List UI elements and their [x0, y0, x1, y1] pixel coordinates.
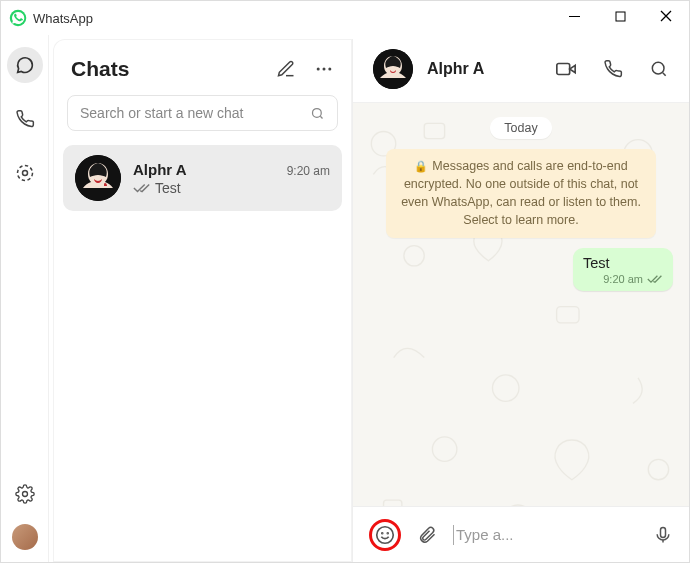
- svg-point-26: [382, 532, 383, 533]
- svg-rect-12: [557, 63, 570, 74]
- svg-point-21: [432, 437, 456, 461]
- svg-point-6: [317, 68, 320, 71]
- chat-contact-name: Alphr A: [133, 161, 187, 178]
- nav-rail: [1, 35, 49, 562]
- svg-rect-19: [557, 307, 579, 323]
- chat-time: 9:20 am: [287, 164, 330, 178]
- svg-point-7: [323, 68, 326, 71]
- search-icon: [310, 106, 325, 121]
- message-input[interactable]: Type a...: [453, 525, 637, 545]
- voice-call-button[interactable]: [603, 59, 623, 79]
- chat-list-item[interactable]: Alphr A 9:20 am Test: [63, 145, 342, 211]
- chat-preview: Test: [155, 180, 181, 196]
- read-receipt-icon: [647, 274, 663, 284]
- conversation-search-button[interactable]: [649, 59, 669, 79]
- encryption-notice[interactable]: 🔒Messages and calls are end-to-end encry…: [386, 149, 656, 238]
- conversation-header: Alphr A: [353, 35, 689, 103]
- svg-rect-23: [384, 500, 402, 506]
- svg-point-9: [313, 108, 322, 117]
- svg-point-27: [387, 532, 388, 533]
- svg-point-25: [377, 526, 394, 543]
- new-chat-button[interactable]: [276, 59, 296, 79]
- lock-icon: 🔒: [414, 160, 428, 172]
- svg-point-13: [652, 62, 664, 74]
- svg-rect-28: [661, 527, 666, 537]
- close-button[interactable]: [643, 1, 689, 31]
- app-title: WhatsApp: [33, 11, 93, 26]
- search-input[interactable]: Search or start a new chat: [67, 95, 338, 131]
- conversation-body: Today 🔒Messages and calls are end-to-end…: [353, 103, 689, 506]
- conversation-panel: Alphr A: [353, 35, 689, 562]
- svg-rect-2: [616, 12, 625, 21]
- svg-point-22: [648, 459, 668, 479]
- svg-point-3: [22, 171, 27, 176]
- conversation-avatar[interactable]: [373, 49, 413, 89]
- message-row[interactable]: Test 9:20 am: [573, 248, 673, 291]
- message-composer: Type a...: [353, 506, 689, 562]
- profile-avatar[interactable]: [12, 524, 38, 550]
- nav-status[interactable]: [7, 155, 43, 191]
- svg-point-8: [328, 68, 331, 71]
- settings-button[interactable]: [7, 476, 43, 512]
- nav-calls[interactable]: [7, 101, 43, 137]
- date-separator: Today: [490, 117, 551, 139]
- more-menu-button[interactable]: [314, 59, 334, 79]
- chats-panel: Chats Search or start a new chat: [53, 39, 353, 562]
- voice-message-button[interactable]: [653, 525, 673, 545]
- svg-rect-1: [569, 16, 580, 17]
- svg-point-20: [492, 375, 518, 401]
- minimize-button[interactable]: [551, 1, 597, 31]
- nav-chats[interactable]: [7, 47, 43, 83]
- svg-point-4: [17, 166, 32, 181]
- emoji-button[interactable]: [369, 519, 401, 551]
- conversation-contact-name[interactable]: Alphr A: [427, 60, 541, 78]
- attach-button[interactable]: [417, 525, 437, 545]
- search-placeholder: Search or start a new chat: [80, 105, 243, 121]
- read-receipt-icon: [133, 182, 151, 194]
- titlebar: WhatsApp: [1, 1, 689, 35]
- video-call-button[interactable]: [555, 58, 577, 80]
- message-time: 9:20 am: [603, 273, 643, 285]
- message-bubble: Test 9:20 am: [573, 248, 673, 291]
- contact-avatar: [75, 155, 121, 201]
- maximize-button[interactable]: [597, 1, 643, 31]
- whatsapp-logo-icon: [9, 9, 27, 27]
- chats-title: Chats: [71, 57, 129, 81]
- svg-point-5: [22, 492, 27, 497]
- message-text: Test: [583, 255, 610, 271]
